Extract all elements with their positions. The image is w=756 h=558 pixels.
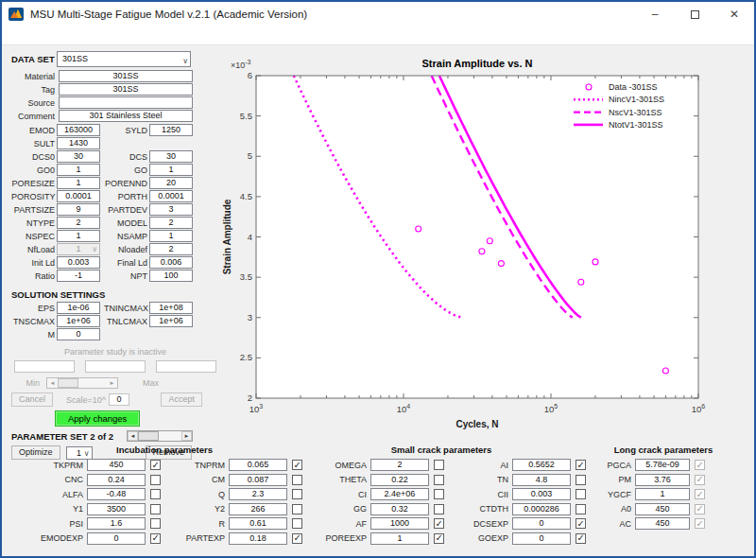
parameter-input[interactable]: 1 <box>635 488 690 500</box>
parameter-input[interactable]: 30∨ <box>57 150 100 163</box>
accept-button[interactable]: Accept <box>161 392 202 407</box>
parameter-input[interactable]: 1∨ <box>57 164 100 176</box>
parameter-checkbox[interactable] <box>292 475 302 485</box>
parameter-input[interactable]: 1 <box>370 532 429 545</box>
close-button[interactable]: ✕ <box>714 2 754 26</box>
maximize-button[interactable] <box>675 2 714 26</box>
parameter-checkbox[interactable] <box>150 518 161 529</box>
parameter-input[interactable]: 2.3 <box>229 488 287 500</box>
parameter-input[interactable]: 0 <box>57 328 100 340</box>
parameter-input[interactable]: 100 <box>149 270 193 282</box>
parameter-checkbox[interactable] <box>434 489 444 499</box>
parameter-input[interactable]: 1e-06 <box>57 302 100 314</box>
dataset-dropdown[interactable]: 301SS ∨ <box>57 51 191 67</box>
parameter-input[interactable]: 1e+08 <box>149 302 193 314</box>
menu-item[interactable] <box>5 26 22 44</box>
parameter-input[interactable]: 1250 <box>149 124 193 136</box>
info-field-input[interactable] <box>59 96 193 109</box>
parameter-set-slider[interactable]: ◄ ► <box>127 430 193 442</box>
parameter-checkbox[interactable] <box>576 518 586 529</box>
parameter-checkbox[interactable] <box>695 460 705 470</box>
parameter-checkbox[interactable] <box>695 475 705 485</box>
parameter-checkbox[interactable] <box>576 504 586 514</box>
parameter-input[interactable]: 1430∨ <box>57 137 100 149</box>
parameter-checkbox[interactable] <box>434 475 444 485</box>
parameter-input[interactable]: 0.006 <box>149 256 193 269</box>
parameter-input[interactable]: 1∨ <box>57 177 100 189</box>
menu-item[interactable] <box>124 26 141 44</box>
parameter-input[interactable]: 0.003∨ <box>57 256 100 269</box>
parameter-checkbox[interactable] <box>695 504 705 514</box>
parameter-checkbox[interactable] <box>292 504 302 514</box>
parameter-input[interactable]: 0.087 <box>229 474 287 486</box>
parameter-input[interactable]: 0 <box>87 532 146 545</box>
parameter-checkbox[interactable] <box>434 460 444 470</box>
parameter-input[interactable]: 0.000286 <box>512 503 571 515</box>
parameter-input[interactable]: 1∨ <box>57 243 100 255</box>
parameter-input[interactable]: 2.4e+06 <box>370 488 429 500</box>
parameter-input[interactable]: 0.24 <box>87 474 146 486</box>
parameter-input[interactable]: 1 <box>149 230 193 242</box>
parameter-input[interactable]: 0.5652 <box>512 459 571 471</box>
info-field-input[interactable]: 301 Stainless Steel <box>59 110 193 122</box>
menu-item[interactable] <box>73 26 90 44</box>
parameter-checkbox[interactable] <box>292 460 302 470</box>
info-field-input[interactable]: 301SS <box>59 83 193 96</box>
parameter-input[interactable]: -0.48 <box>87 488 146 500</box>
parameter-input[interactable]: 1e+06 <box>57 315 100 327</box>
parameter-input[interactable]: 2 <box>370 459 429 471</box>
minimize-button[interactable]: – <box>635 2 675 26</box>
parameter-input[interactable]: 0.0001 <box>149 190 193 202</box>
parameter-input[interactable]: 163000∨ <box>57 124 100 136</box>
slider-thumb[interactable] <box>138 431 159 441</box>
parameter-input[interactable]: 1e+06 <box>149 315 193 327</box>
parameter-input[interactable]: 2 <box>149 217 193 229</box>
parameter-input[interactable]: 0.61 <box>229 517 287 530</box>
parameter-input[interactable]: 450 <box>87 459 146 471</box>
parameter-input[interactable]: 9∨ <box>57 203 100 216</box>
parameter-input[interactable]: 450 <box>635 517 690 530</box>
parameter-checkbox[interactable] <box>576 460 586 470</box>
parameter-input[interactable]: 3.76 <box>635 474 690 486</box>
parameter-input[interactable]: 3500 <box>87 503 146 515</box>
parameter-checkbox[interactable] <box>150 475 161 485</box>
parameter-input[interactable]: 2 <box>149 243 193 255</box>
menu-item[interactable] <box>141 26 158 44</box>
parameter-input[interactable]: 1 <box>149 164 193 176</box>
parameter-input[interactable]: 0.0001∨ <box>57 190 100 202</box>
slider-left-arrow-icon[interactable]: ◄ <box>47 378 58 388</box>
parameter-input[interactable]: 0.22 <box>370 474 429 486</box>
parameter-input[interactable]: 1.6 <box>87 517 146 530</box>
menu-item[interactable] <box>107 26 124 44</box>
study-field-3[interactable] <box>156 360 216 373</box>
parameter-checkbox[interactable] <box>150 460 161 470</box>
study-field-1[interactable] <box>14 360 75 373</box>
menu-item[interactable] <box>90 26 107 44</box>
menu-item[interactable] <box>56 26 73 44</box>
parameter-input[interactable]: 266 <box>229 503 287 515</box>
parameter-input[interactable]: 0.18 <box>229 532 287 545</box>
parameter-input[interactable]: 1000 <box>370 517 429 530</box>
parameter-input[interactable]: 4.8 <box>512 474 571 486</box>
parameter-checkbox[interactable] <box>695 489 705 499</box>
parameter-checkbox[interactable] <box>576 533 586 544</box>
parameter-input[interactable]: 450 <box>635 503 690 515</box>
parameter-input[interactable]: 0.065 <box>229 459 287 471</box>
parameter-input[interactable]: 0 <box>512 532 571 545</box>
slider-left-arrow-icon[interactable]: ◄ <box>128 431 138 441</box>
parameter-checkbox[interactable] <box>150 533 161 544</box>
slider-right-arrow-icon[interactable]: ► <box>181 431 192 441</box>
study-slider[interactable]: ◄ ► <box>46 377 118 389</box>
info-field-input[interactable]: 301SS <box>59 70 193 82</box>
parameter-input[interactable]: 0.003 <box>512 488 571 500</box>
parameter-input[interactable]: 5.78e-09 <box>635 459 690 471</box>
menu-item[interactable] <box>22 26 39 44</box>
parameter-checkbox[interactable] <box>150 504 161 514</box>
study-field-2[interactable] <box>85 360 146 373</box>
slider-right-arrow-icon[interactable]: ► <box>107 378 117 388</box>
parameter-checkbox[interactable] <box>292 518 302 529</box>
menu-item[interactable] <box>39 26 56 44</box>
parameter-checkbox[interactable] <box>292 489 302 499</box>
parameter-checkbox[interactable] <box>292 533 302 544</box>
parameter-input[interactable]: 1∨ <box>57 230 100 242</box>
